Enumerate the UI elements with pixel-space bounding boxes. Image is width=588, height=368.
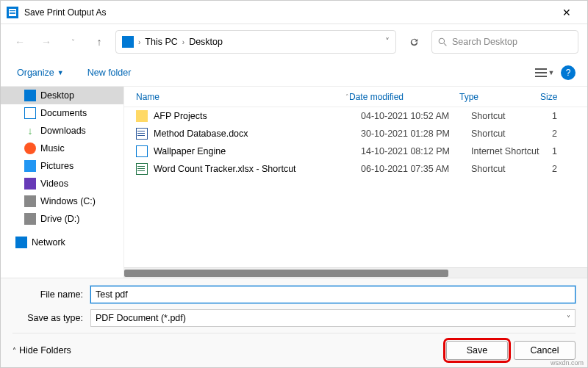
hide-folders-button[interactable]: ˄ Hide Folders bbox=[12, 345, 71, 356]
chevron-right-icon: › bbox=[182, 38, 184, 46]
toolbar: Organize ▼ New folder ▼ ? bbox=[1, 59, 587, 86]
recent-dropdown[interactable]: ˅ bbox=[62, 32, 83, 52]
folder-icon bbox=[122, 36, 134, 48]
svg-rect-2 bbox=[10, 12, 15, 12]
col-size[interactable]: Size bbox=[540, 92, 587, 102]
horizontal-scrollbar[interactable] bbox=[124, 267, 587, 278]
save-dialog: Save Print Output As ✕ ← → ˅ ↑ › This PC… bbox=[0, 0, 588, 368]
sidebar-item-network[interactable]: Network bbox=[1, 234, 123, 251]
chevron-right-icon: › bbox=[138, 38, 140, 46]
search-input[interactable]: Search Desktop bbox=[431, 30, 578, 54]
sidebar-item-drive-d[interactable]: Drive (D:) bbox=[1, 210, 123, 228]
videos-icon bbox=[24, 178, 36, 190]
shortcut-icon bbox=[136, 145, 148, 157]
col-type[interactable]: Type bbox=[459, 92, 540, 102]
col-date[interactable]: Date modified bbox=[349, 92, 459, 102]
nav-row: ← → ˅ ↑ › This PC › Desktop ˅ Search Des… bbox=[1, 24, 587, 59]
filetype-field: Save as type: PDF Document (*.pdf) ˅ bbox=[12, 309, 576, 327]
cancel-button[interactable]: Cancel bbox=[514, 341, 576, 360]
actions-row: ˄ Hide Folders Save Cancel bbox=[12, 333, 576, 367]
refresh-button[interactable] bbox=[402, 30, 426, 54]
sidebar-item-documents[interactable]: Documents bbox=[1, 104, 123, 122]
sidebar-item-desktop[interactable]: Desktop bbox=[1, 87, 123, 104]
bottom-panel: File name: Save as type: PDF Document (*… bbox=[1, 278, 587, 367]
sidebar-item-music[interactable]: Music bbox=[1, 140, 123, 157]
chevron-down-icon[interactable]: ˅ bbox=[385, 37, 390, 47]
document-icon bbox=[24, 107, 36, 119]
save-button[interactable]: Save bbox=[446, 341, 508, 360]
filetype-select[interactable]: PDF Document (*.pdf) ˅ bbox=[90, 309, 576, 327]
drive-icon bbox=[24, 195, 36, 207]
titlebar: Save Print Output As ✕ bbox=[1, 1, 587, 24]
up-button[interactable]: ↑ bbox=[89, 32, 110, 52]
window-title: Save Print Output As bbox=[24, 7, 552, 18]
filename-label: File name: bbox=[12, 289, 90, 300]
rows: AFP Projects04-10-2021 10:52 AMShortcut1… bbox=[124, 107, 587, 267]
chevron-up-icon: ˄ bbox=[12, 347, 16, 355]
download-icon: ↓ bbox=[24, 125, 36, 137]
table-row[interactable]: AFP Projects04-10-2021 10:52 AMShortcut1 bbox=[124, 107, 587, 125]
col-name[interactable]: Name˄ bbox=[136, 92, 349, 102]
svg-line-5 bbox=[444, 43, 446, 46]
new-folder-button[interactable]: New folder bbox=[83, 65, 136, 81]
forward-button[interactable]: → bbox=[36, 32, 57, 52]
column-headers: Name˄ Date modified Type Size bbox=[124, 87, 587, 107]
drive-icon bbox=[24, 213, 36, 225]
chevron-down-icon: ˅ bbox=[567, 314, 570, 322]
sidebar: Desktop Documents ↓Downloads Music Pictu… bbox=[1, 87, 124, 278]
sidebar-item-downloads[interactable]: ↓Downloads bbox=[1, 122, 123, 140]
xlsx-icon bbox=[136, 163, 148, 175]
svg-point-4 bbox=[439, 38, 444, 43]
back-button[interactable]: ← bbox=[10, 32, 30, 52]
chevron-down-icon: ▼ bbox=[57, 69, 64, 76]
body: Desktop Documents ↓Downloads Music Pictu… bbox=[1, 86, 587, 278]
help-button[interactable]: ? bbox=[561, 65, 576, 80]
crumb-folder[interactable]: Desktop bbox=[189, 37, 223, 47]
watermark: wsxdn.com bbox=[551, 359, 584, 367]
sidebar-item-videos[interactable]: Videos bbox=[1, 175, 123, 192]
app-icon bbox=[7, 7, 18, 18]
organize-button[interactable]: Organize ▼ bbox=[12, 65, 68, 81]
sidebar-item-windows-c[interactable]: Windows (C:) bbox=[1, 192, 123, 210]
crumb-root[interactable]: This PC bbox=[145, 37, 177, 47]
svg-rect-8 bbox=[535, 76, 547, 77]
scroll-thumb[interactable] bbox=[124, 270, 448, 277]
music-icon bbox=[24, 142, 36, 154]
address-bar[interactable]: › This PC › Desktop ˅ bbox=[115, 30, 396, 54]
svg-rect-6 bbox=[535, 68, 547, 70]
table-row[interactable]: Method Database.docx30-10-2021 01:28 PMS… bbox=[124, 125, 587, 142]
filename-field: File name: bbox=[12, 286, 576, 303]
docx-icon bbox=[136, 128, 148, 140]
svg-rect-3 bbox=[10, 13, 15, 14]
folder-icon bbox=[136, 110, 148, 122]
view-button[interactable]: ▼ bbox=[534, 62, 555, 83]
filetype-label: Save as type: bbox=[12, 313, 90, 323]
search-icon bbox=[438, 37, 448, 47]
table-row[interactable]: Word Count Tracker.xlsx - Shortcut06-10-… bbox=[124, 160, 587, 178]
svg-rect-1 bbox=[10, 10, 15, 11]
table-row[interactable]: Wallpaper Engine14-10-2021 08:12 PMInter… bbox=[124, 142, 587, 160]
pictures-icon bbox=[24, 160, 36, 172]
svg-rect-7 bbox=[535, 72, 547, 73]
sidebar-item-pictures[interactable]: Pictures bbox=[1, 157, 123, 175]
file-list: Name˄ Date modified Type Size AFP Projec… bbox=[124, 87, 587, 278]
close-button[interactable]: ✕ bbox=[552, 2, 581, 23]
desktop-icon bbox=[24, 90, 36, 101]
network-icon bbox=[15, 237, 27, 248]
filename-input[interactable] bbox=[90, 286, 576, 303]
search-placeholder: Search Desktop bbox=[452, 37, 517, 47]
